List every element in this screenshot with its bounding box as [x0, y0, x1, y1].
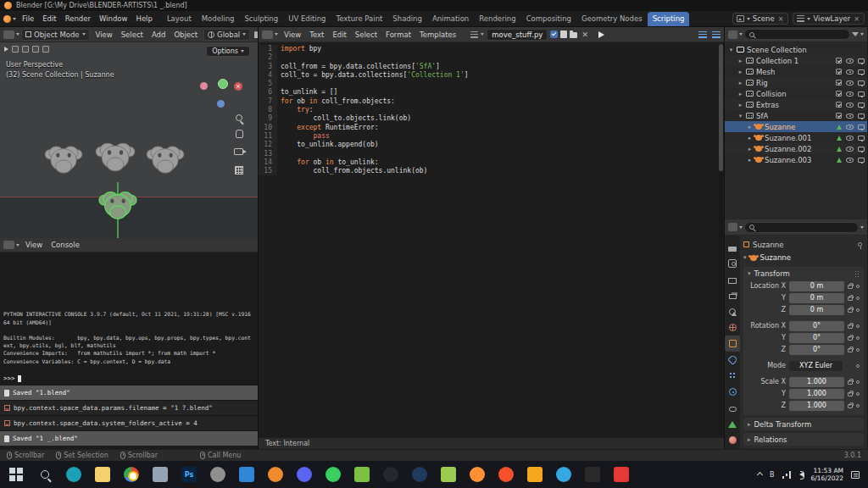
hide-viewport-icon[interactable] — [846, 147, 854, 152]
hide-viewport-icon[interactable] — [846, 158, 854, 163]
object-name-row[interactable]: ▾ Suzanne — [743, 251, 864, 264]
taskbar-search-button[interactable] — [31, 461, 59, 488]
tray-expand-icon[interactable] — [757, 471, 763, 477]
editor-type-icon[interactable] — [728, 223, 737, 231]
viewport-menu-view[interactable]: View — [92, 29, 117, 41]
viewport-widget-icon[interactable] — [22, 46, 29, 53]
browse-text-icon[interactable] — [470, 31, 478, 38]
pin-icon[interactable] — [858, 242, 862, 247]
toggle-ortho-grid-icon[interactable] — [235, 166, 243, 175]
blender-menu-icon[interactable] — [3, 15, 11, 23]
disclosure-down-icon[interactable]: ▾ — [743, 254, 747, 261]
rotation-mode-dropdown[interactable]: XYZ Euler — [789, 361, 843, 371]
axis-x-negative-icon[interactable]: × — [234, 82, 242, 91]
disable-viewport-icon[interactable] — [858, 92, 865, 97]
value-field[interactable]: 1.000 — [789, 389, 844, 399]
taskbar-chrome[interactable] — [117, 461, 146, 488]
relations-panel[interactable]: ▸ Relations — [743, 433, 864, 446]
unlink-text-icon[interactable]: ✕ — [580, 30, 590, 39]
workspace-tab-shading[interactable]: Shading — [387, 12, 427, 26]
taskbar-honey[interactable] — [520, 461, 549, 488]
suzanne-object-3[interactable] — [146, 142, 185, 176]
disclosure-right-icon[interactable]: ▸ — [737, 102, 743, 108]
properties-tab-scene[interactable] — [725, 303, 740, 319]
properties-tab-particles[interactable] — [725, 368, 740, 384]
hide-viewport-icon[interactable] — [846, 103, 854, 108]
mesh-data-icon[interactable] — [837, 136, 842, 141]
action-center-icon[interactable] — [851, 471, 860, 479]
outliner-row-rig[interactable]: ▸Rig — [725, 77, 867, 88]
checkbox-icon[interactable] — [836, 91, 842, 97]
workspace-tab-texture-paint[interactable]: Texture Paint — [331, 12, 388, 26]
viewport-options-button[interactable]: Options — [206, 46, 250, 57]
remove-viewlayer-icon[interactable]: × — [853, 15, 860, 23]
mesh-data-icon[interactable] — [837, 147, 842, 152]
properties-tab-world[interactable] — [725, 319, 740, 336]
hide-viewport-icon[interactable] — [846, 114, 854, 119]
texteditor-menu-view[interactable]: View — [280, 29, 305, 41]
workspace-tab-compositing[interactable]: Compositing — [521, 12, 576, 26]
console-log-row[interactable]: bpy.context.space_data.system_folders_ac… — [0, 415, 258, 430]
taskbar-file-explorer[interactable] — [88, 461, 117, 488]
disable-viewport-icon[interactable] — [858, 147, 865, 152]
zoom-icon[interactable] — [236, 114, 242, 121]
value-field[interactable]: 1.000 — [789, 377, 844, 387]
lock-icon[interactable] — [848, 308, 853, 313]
value-field[interactable]: 0° — [789, 345, 844, 355]
properties-tab-tool[interactable] — [725, 239, 740, 255]
new-text-icon[interactable] — [560, 30, 567, 38]
texteditor-menu-templates[interactable]: Templates — [415, 29, 460, 41]
disclosure-right-icon[interactable]: ▸ — [747, 146, 753, 152]
properties-tab-object[interactable] — [725, 336, 740, 352]
breadcrumb-object[interactable]: Suzanne — [753, 241, 783, 249]
taskbar-notepad-plus[interactable] — [434, 461, 463, 488]
filter-icon[interactable] — [852, 32, 859, 36]
viewport-menu-add[interactable]: Add — [147, 29, 170, 41]
lock-icon[interactable] — [848, 336, 853, 341]
suzanne-object-2[interactable] — [95, 139, 136, 175]
viewport-menu-select[interactable]: Select — [117, 29, 147, 41]
taskbar-vscode[interactable] — [232, 461, 261, 488]
value-field[interactable]: 0 m — [789, 305, 844, 315]
delta-transform-panel[interactable]: ▸ Delta Transform — [743, 418, 864, 430]
clock[interactable]: 11:53 AM 6/16/2022 — [811, 467, 843, 482]
workspace-tab-rendering[interactable]: Rendering — [474, 12, 520, 26]
texteditor-menu-text[interactable]: Text — [305, 29, 328, 41]
workspace-tab-modeling[interactable]: Modeling — [197, 12, 240, 26]
taskbar-whatsapp[interactable] — [319, 461, 348, 488]
disclosure-down-icon[interactable]: ▾ — [737, 113, 743, 119]
taskbar-gimp[interactable] — [203, 461, 232, 488]
lock-icon[interactable] — [848, 392, 853, 396]
lock-icon[interactable] — [848, 404, 853, 408]
editor-type-icon[interactable] — [3, 30, 14, 39]
lock-icon[interactable] — [848, 324, 853, 329]
taskbar-telegram[interactable] — [549, 461, 578, 488]
taskbar-discord[interactable] — [290, 461, 319, 488]
disable-viewport-icon[interactable] — [858, 114, 865, 119]
outliner-row-suzanne-001[interactable]: ▸Suzanne.001 — [725, 132, 867, 143]
viewport-widget-icon[interactable] — [12, 46, 19, 53]
properties-tab-material[interactable] — [725, 432, 740, 448]
hide-viewport-icon[interactable] — [846, 58, 854, 64]
animate-icon[interactable] — [856, 404, 860, 408]
disclosure-down-icon[interactable]: ▾ — [728, 47, 734, 53]
taskbar-blender[interactable] — [261, 461, 290, 488]
workspace-tab-geometry-nodes[interactable]: Geometry Nodes — [576, 12, 648, 26]
taskbar-livesplit[interactable] — [146, 461, 175, 488]
taskbar-firefox[interactable] — [463, 461, 492, 488]
axis-x-icon[interactable] — [200, 82, 208, 90]
disable-viewport-icon[interactable] — [858, 69, 865, 75]
outliner-row-suzanne-003[interactable]: ▸Suzanne.003 — [725, 154, 867, 165]
scrollbar-thumb[interactable] — [719, 44, 723, 171]
viewport-menu-object[interactable]: Object — [170, 29, 202, 41]
disable-viewport-icon[interactable] — [858, 125, 865, 130]
animate-icon[interactable] — [856, 380, 860, 384]
unlink-scene-icon[interactable]: × — [777, 15, 785, 23]
disable-viewport-icon[interactable] — [858, 103, 865, 108]
taskbar-youtube[interactable] — [607, 461, 636, 488]
hide-viewport-icon[interactable] — [846, 80, 854, 86]
console-log-row[interactable]: bpy.context.space_data.params.filename =… — [0, 400, 258, 415]
disable-viewport-icon[interactable] — [858, 80, 865, 86]
panel-drag-icon[interactable] — [854, 270, 860, 277]
animate-icon[interactable] — [856, 336, 860, 340]
